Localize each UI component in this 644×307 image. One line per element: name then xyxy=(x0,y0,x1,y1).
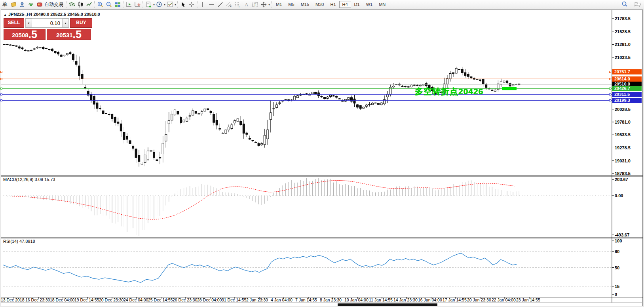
text-label-icon[interactable]: T xyxy=(251,1,259,8)
timeframe-m15-button[interactable]: M15 xyxy=(298,1,312,8)
chart-window[interactable] xyxy=(1,10,643,306)
crosshair-icon[interactable] xyxy=(187,1,196,8)
candlestick-chart-icon[interactable] xyxy=(76,1,85,8)
search-icon[interactable] xyxy=(620,1,629,8)
volume-decrease-button[interactable]: ▼ xyxy=(25,19,32,27)
time-label-8: 28 Dec 04:00 xyxy=(197,297,222,302)
vertical-line-icon[interactable] xyxy=(198,1,207,8)
signals-icon[interactable] xyxy=(27,1,35,8)
time-label-9: 31 Dec 14:55 xyxy=(222,297,246,302)
time-label-19: 20 Jan 23:30 xyxy=(467,297,491,302)
price-tick-19278.5: 19278.5 xyxy=(615,145,631,150)
zoom-out-icon[interactable] xyxy=(104,1,113,8)
sell-button[interactable]: SELL xyxy=(4,18,24,28)
time-label-5: 24 Dec 04:00 xyxy=(123,297,148,302)
cursor-icon[interactable] xyxy=(179,1,187,8)
shapes-dropdown-icon[interactable] xyxy=(259,1,268,8)
level-tag-20311.5[interactable]: 20311.5 xyxy=(612,92,642,97)
buy-button[interactable]: BUY xyxy=(70,18,92,28)
time-label-2: 18 Dec 04:00 xyxy=(50,297,74,302)
volume-input[interactable]: 0.10 xyxy=(32,19,62,27)
sell-price[interactable]: 20508.5 xyxy=(4,29,46,40)
autotrade-icon[interactable] xyxy=(35,1,44,8)
market-watch-icon[interactable] xyxy=(9,1,18,8)
bar-chart-icon[interactable] xyxy=(67,1,76,8)
time-label-14: 10 Jan 04:00 xyxy=(344,297,369,302)
fibonacci-icon[interactable]: F xyxy=(233,1,242,8)
price-tick-20028.5: 20028.5 xyxy=(615,107,631,112)
macd-tick-0.00: 0.00 xyxy=(615,193,623,198)
horizontal-line-icon[interactable] xyxy=(207,1,216,8)
auto-scroll-icon[interactable] xyxy=(124,1,133,8)
level-handle-right-20426.7[interactable] xyxy=(609,88,611,90)
level-handle-right-20311.5[interactable] xyxy=(609,93,611,95)
green-zone-object[interactable] xyxy=(502,87,517,90)
chart-title-text: JPN225-,H4 20490.0 20522.5 20455.0 20510… xyxy=(8,12,100,17)
level-tag-20614.0[interactable]: 20614.0 xyxy=(612,76,642,82)
timeframe-m30-button[interactable]: M30 xyxy=(312,1,327,8)
template-dropdown-icon[interactable] xyxy=(165,1,174,8)
buy-price[interactable]: 20531.5 xyxy=(47,29,91,40)
scrollbar-thumb[interactable] xyxy=(338,303,437,306)
buy-price-main: 20531 xyxy=(56,31,73,39)
zoom-in-icon[interactable] xyxy=(96,1,104,8)
time-label-3: 19 Dec 14:55 xyxy=(74,297,99,302)
level-handle-left-20426.7[interactable] xyxy=(0,88,2,90)
level-handle-right-20199.3[interactable] xyxy=(609,99,611,101)
svg-text:F: F xyxy=(239,6,240,8)
buy-price-frac: .5 xyxy=(73,30,82,39)
toolbar-separator xyxy=(197,1,198,8)
svg-text:T: T xyxy=(254,3,256,7)
toolbar-icons: 单自动交易▾▾▾EFAT▾ xyxy=(0,1,272,8)
price-tick-21281.0: 21281.0 xyxy=(615,42,631,47)
level-tag-20426.7[interactable]: 20426.7 xyxy=(612,86,642,91)
chart-shift-icon[interactable] xyxy=(133,1,142,8)
timeframe-m1-button[interactable]: M1 xyxy=(273,1,285,8)
autotrade-label[interactable]: 自动交易 xyxy=(44,1,65,8)
level-tag-20199.3[interactable]: 20199.3 xyxy=(612,98,642,103)
one-click-trade-panel: SELL ▼ 0.10 ▲ BUY 20508.5 20531.5 xyxy=(4,18,92,40)
toolbar-separator xyxy=(94,1,95,8)
tile-windows-icon[interactable] xyxy=(113,1,122,8)
equidistant-channel-icon[interactable]: E xyxy=(224,1,233,8)
time-label-21: 23 Jan 14:55 xyxy=(516,297,540,302)
trendline-icon[interactable] xyxy=(216,1,224,8)
price-tick-19533.5: 19533.5 xyxy=(615,132,631,137)
timeframe-h1-button[interactable]: H1 xyxy=(327,1,339,8)
timeframe-m5-button[interactable]: M5 xyxy=(285,1,297,8)
new-order-icon[interactable]: 单 xyxy=(0,1,9,8)
line-chart-icon[interactable] xyxy=(85,1,93,8)
new-order-dropdown-icon[interactable] xyxy=(144,1,153,8)
toolbar-separator xyxy=(271,1,272,8)
level-handle-left-20614.0[interactable] xyxy=(0,78,2,80)
level-handle-right-20751.7[interactable] xyxy=(609,71,611,73)
text-icon[interactable]: A xyxy=(242,1,251,8)
time-label-11: 4 Jan 04:00 xyxy=(271,297,293,302)
level-handle-left-20311.5[interactable] xyxy=(0,93,2,95)
time-label-6: 25 Dec 14:55 xyxy=(148,297,173,302)
navigator-icon[interactable] xyxy=(18,1,27,8)
level-handle-right-20614.0[interactable] xyxy=(609,78,611,80)
timeframe-w1-button[interactable]: W1 xyxy=(363,1,376,8)
level-tag-20751.7[interactable]: 20751.7 xyxy=(612,69,642,74)
time-label-10: 2 Jan 23:30 xyxy=(246,297,268,302)
collapse-triangle-icon[interactable]: ▲ xyxy=(4,13,7,17)
shapes-dropdown-icon-arrow[interactable]: ▾ xyxy=(268,3,270,6)
time-label-1: 16 Dec 23:30 xyxy=(25,297,50,302)
price-tick-19781.0: 19781.0 xyxy=(615,120,631,124)
rsi-label: RSI(14) 47.8918 xyxy=(3,239,35,244)
volume-increase-button[interactable]: ▲ xyxy=(62,19,69,27)
timeframe-h4-button[interactable]: H4 xyxy=(339,1,351,8)
volume-box: ▼ 0.10 ▲ xyxy=(25,18,69,28)
chart-annotation-text[interactable]: 多空转折点20426 xyxy=(415,86,483,97)
chart-scrollbar[interactable] xyxy=(1,303,642,306)
timeframe-d1-button[interactable]: D1 xyxy=(351,1,363,8)
svg-text:E: E xyxy=(230,5,232,8)
time-label-4: 20 Dec 23:30 xyxy=(99,297,123,302)
periods-dropdown-icon[interactable] xyxy=(155,1,163,8)
timeframe-mn-button[interactable]: MN xyxy=(376,1,389,8)
template-dropdown-icon-arrow[interactable]: ▾ xyxy=(175,3,176,6)
level-handle-left-20199.3[interactable] xyxy=(0,99,2,101)
chat-icon[interactable] xyxy=(633,1,642,8)
level-handle-left-20751.7[interactable] xyxy=(0,71,2,73)
